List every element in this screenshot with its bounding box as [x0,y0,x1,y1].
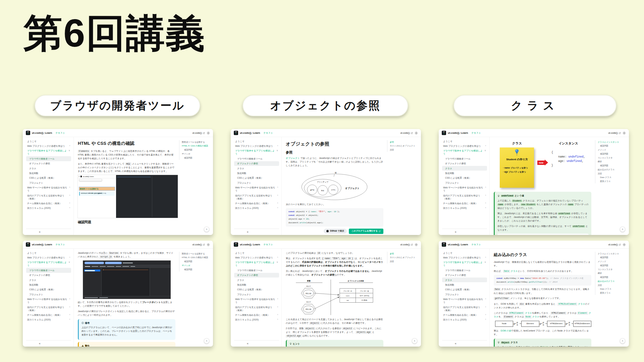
theme-toggle-icon[interactable] [623,131,626,135]
nav-text-link[interactable]: テキスト [55,243,65,246]
brand-link[interactable]: ut.code(); Learn [32,243,52,246]
scroll-top-button[interactable]: ∧ [412,338,417,344]
sidebar-item[interactable]: プロジェクト [26,180,71,185]
sidebar-collapse-button[interactable]: « [26,340,71,347]
sidebar-collapse-button[interactable]: « [26,229,71,235]
sidebar-item[interactable]: クラス [442,166,487,171]
sidebar-item[interactable]: ブラウザの開発者ツール [442,156,487,161]
sidebar-item[interactable]: Web サーバーが動作する仕組みを知ろう› [26,185,71,193]
sidebar-item[interactable]: クラス [234,166,279,171]
sidebar-item[interactable]: CSS による配置（発展） [26,176,71,180]
inline-link[interactable]: クラス [510,270,518,272]
sidebar-item[interactable]: 現代のアプリを支える技術を学ぼう（発展）› [442,305,487,313]
sidebar-item[interactable]: ブラウザで動作するアプリを構築しよう∨ [26,148,71,157]
scroll-top-button[interactable]: ∧ [204,227,209,232]
sidebar-item[interactable]: チーム開発を始める前に（発展）› [234,201,279,205]
sidebar-item[interactable]: ようこそ [442,250,487,255]
toc-item[interactable]: 演習 [598,283,627,287]
inline-link[interactable]: DOM の節 [501,329,512,332]
sidebar-item[interactable]: ブラウザで動作するアプリを構築しよう∨ [234,148,279,157]
inline-link[interactable]: クラス [577,303,585,305]
external-utcode-link[interactable]: ut.code(); [400,132,413,134]
sidebar-collapse-button[interactable]: « [442,340,487,347]
nav-text-link[interactable]: テキスト [471,243,481,246]
inline-link[interactable]: HTMLDivElement [557,303,577,306]
external-utcode-link[interactable]: ut.code(); [608,243,621,246]
brand-link[interactable]: ut.code(); Learn [448,243,468,246]
scroll-top-button[interactable]: ∧ [620,227,625,232]
sidebar-item[interactable]: 無名関数 [26,171,71,175]
toc-item[interactable]: 確認問題 [182,259,211,263]
sidebar-item[interactable]: 無名関数 [26,282,71,287]
toc-item[interactable]: ネストされたオブジェクト [390,144,419,148]
brand-link[interactable]: ut.code(); Learn [240,131,260,134]
inline-link[interactable]: Element [577,312,588,315]
toc-item[interactable]: ネストされたオブジェクト [390,256,419,260]
sidebar-item[interactable]: オブジェクトの参照 [26,273,71,278]
sidebar-item[interactable]: 旧カリキュラム (2020)› [234,206,279,210]
toc-item[interactable]: コンストラクタ [598,267,627,272]
toc-item[interactable]: デバッガ [182,263,211,267]
sidebar-item[interactable]: オブジェクトの参照 [26,161,71,166]
sidebar-item[interactable]: 現代のアプリを支える技術を学ぼう（発展）› [234,305,279,313]
scroll-top-button[interactable]: ∧ [620,338,625,344]
sidebar-item[interactable]: ブラウザで動作するアプリを構築しよう∨ [26,260,71,268]
sidebar-item[interactable]: Web プログラミングの基礎を学ぼう› [234,143,279,148]
sidebar-item[interactable]: チーム開発を始める前に（発展）› [234,312,279,317]
toc-item[interactable]: デバッガ [182,152,211,156]
sidebar-item[interactable]: ようこそ [234,250,279,255]
toc-item[interactable]: 確認問題 [598,263,627,267]
github-view-button[interactable]: GitHub で表示 [324,229,346,234]
toc-item[interactable]: 確認問題 [598,144,627,148]
sidebar-item[interactable]: クラス [26,278,71,282]
toc-item[interactable]: 図形クラス [598,291,627,295]
toc-item[interactable]: メソッド [598,148,627,152]
sidebar-item[interactable]: 無名関数 [234,282,279,287]
sidebar-item[interactable]: 旧カリキュラム (2020)› [442,317,487,322]
nav-text-link[interactable]: テキスト [263,131,273,135]
scroll-top-button[interactable]: ∧ [204,338,209,344]
sidebar-item[interactable]: プロジェクト [442,180,487,185]
nav-text-link[interactable]: テキスト [471,131,481,135]
sidebar-item[interactable]: 旧カリキュラム (2020)› [234,317,279,322]
theme-toggle-icon[interactable] [415,131,418,135]
sidebar-item[interactable]: 無名関数 [442,282,487,287]
toc-item[interactable]: 組み込みのクラス [598,168,627,172]
sidebar-item[interactable]: オブジェクトの参照 [234,161,279,166]
inline-link[interactable]: クラス [532,315,539,318]
toc-item[interactable]: クラスとインスタンス [598,252,627,256]
toc-item[interactable]: 確認問題 [182,148,211,152]
brand-link[interactable]: ut.code(); Learn [240,243,260,246]
sidebar-item[interactable]: CSS による配置（発展） [442,287,487,292]
brand-link[interactable]: ut.code(); Learn [32,131,52,134]
toc-item[interactable]: 演習 [390,259,419,263]
sidebar-item[interactable]: Web プログラミングの基礎を学ぼう› [26,143,71,148]
toc-item[interactable]: 図形クラス [598,179,627,183]
toc-item[interactable]: 継承 [598,272,627,276]
sidebar-item[interactable]: Web サーバーが動作する仕組みを知ろう› [442,297,487,305]
sidebar-item[interactable]: クラス [442,278,487,282]
sidebar-item[interactable]: CSS による配置（発展） [234,176,279,180]
sidebar-collapse-button[interactable]: « [234,229,279,235]
external-utcode-link[interactable]: ut.code(); [608,132,621,134]
toc-item[interactable]: 確認問題 [598,164,627,168]
sidebar-item[interactable]: CSS による配置（発展） [234,287,279,292]
sidebar-item[interactable]: ブラウザで動作するアプリを構築しよう∨ [234,260,279,268]
sidebar-item[interactable]: プロジェクト [234,180,279,185]
theme-toggle-icon[interactable] [207,131,210,135]
sidebar-item[interactable]: CSS による配置（発展） [442,176,487,180]
sidebar-item[interactable]: Web プログラミングの基礎を学ぼう› [26,255,71,260]
theme-toggle-icon[interactable] [415,243,418,246]
sidebar-item[interactable]: ようこそ [26,139,71,143]
sidebar-item[interactable]: 現代のアプリを支える技術を学ぼう（発展）› [442,193,487,201]
inline-link[interactable]: HTMLElement [508,312,525,315]
sidebar-item[interactable]: チーム開発を始める前に（発展）› [26,201,71,205]
sidebar-item[interactable]: プロジェクト [234,292,279,297]
sidebar-item[interactable]: オブジェクトの参照 [442,273,487,278]
sidebar-item[interactable]: プロジェクト [26,292,71,297]
sidebar-item[interactable]: Web プログラミングの基礎を学ぼう› [442,143,487,148]
toc-item[interactable]: 確認問題 [598,152,627,156]
sidebar-item[interactable]: ブラウザの開発者ツール [234,268,279,273]
toc-item[interactable]: 開発者ツールを起動する [182,140,211,144]
theme-toggle-icon[interactable] [207,243,210,246]
